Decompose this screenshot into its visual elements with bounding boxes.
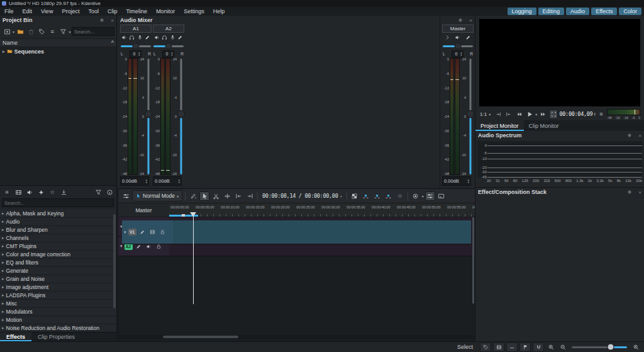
record-button[interactable] — [170, 35, 175, 40]
panel-settings-icon[interactable] — [625, 131, 635, 140]
effect-category[interactable]: ▸CMT Plugins — [0, 242, 116, 251]
track-header-v1[interactable]: ▾V1 — [122, 220, 173, 244]
workspace-editing[interactable]: Editing — [538, 8, 565, 15]
workspace-color[interactable]: Color — [619, 8, 641, 15]
fast-forward-button[interactable] — [538, 110, 548, 119]
timeline-adjust-button[interactable] — [121, 191, 131, 201]
extract-zone-button[interactable] — [384, 191, 394, 201]
monitor-video-area[interactable] — [479, 19, 640, 106]
show-video-icon[interactable] — [148, 228, 157, 236]
timeline-vertical-scrollbar[interactable] — [472, 217, 474, 304]
selection-tool-button[interactable] — [199, 191, 209, 201]
pan-slider[interactable] — [153, 42, 184, 50]
effect-category[interactable]: ▸Generate — [0, 267, 116, 275]
panel-settings-icon[interactable] — [97, 16, 107, 25]
effects-filter-icon[interactable] — [93, 188, 103, 197]
zone-end-button[interactable] — [504, 110, 514, 119]
bin-item-sequences[interactable]: ▸ Sequences — [0, 47, 116, 55]
menu-settings[interactable]: Settings — [179, 8, 209, 14]
monitor-button[interactable] — [162, 35, 167, 40]
timeline-horizontal-scrollbar[interactable] — [118, 335, 475, 339]
timeline-timecode[interactable]: 00:00:08,14 / 00:00:00,00▾ — [260, 193, 344, 199]
db-spinbox[interactable]: 0.00dB▴▾ — [442, 176, 471, 186]
spin-arrows[interactable]: ▴▾ — [171, 52, 172, 56]
effect-category[interactable]: ▸Audio — [0, 218, 116, 226]
add-clip-dropdown-icon[interactable]: ▾ — [13, 30, 14, 34]
panel-settings-icon[interactable] — [625, 188, 635, 197]
overwrite-zone-button[interactable] — [372, 191, 382, 201]
video-thumbnails-toggle[interactable] — [493, 343, 504, 352]
fader-knob[interactable] — [177, 110, 185, 118]
edit-mode-dropdown[interactable]: Normal Mode ▾ — [132, 190, 182, 202]
spacer-tool-button[interactable] — [222, 191, 232, 201]
menu-project[interactable]: Project — [57, 8, 84, 14]
panel-settings-icon[interactable] — [455, 16, 465, 25]
pan-spinbox[interactable]: 0▴▾ — [452, 50, 463, 58]
show-markers-toggle[interactable] — [480, 343, 491, 352]
monitor-menu-button[interactable]: ≡ — [597, 110, 606, 119]
pan-knob[interactable] — [165, 43, 172, 50]
menu-monitor[interactable]: Monitor — [152, 8, 179, 14]
spin-arrows[interactable]: ▴▾ — [138, 52, 140, 56]
menu-edit[interactable]: Edit — [18, 8, 37, 14]
mixed-insert-button[interactable] — [350, 191, 360, 201]
subtitle-button[interactable] — [436, 191, 447, 201]
zoom-fit-button[interactable] — [631, 343, 641, 352]
volume-fader[interactable] — [467, 57, 474, 176]
db-spinbox[interactable]: 0.00dB▴▾ — [153, 176, 182, 186]
tag-button[interactable] — [36, 27, 47, 37]
snap-toggle[interactable] — [533, 343, 544, 352]
mixer-channel-label[interactable]: A2 — [153, 25, 184, 33]
mix-clips-button[interactable] — [188, 191, 198, 201]
fader-knob[interactable] — [145, 110, 152, 118]
mixer-channel-label[interactable]: Master — [442, 25, 474, 33]
audio-thumbnails-toggle[interactable]: ↔ — [506, 343, 518, 352]
effects-scrollbar[interactable] — [113, 214, 116, 309]
insert-zone-button[interactable] — [361, 191, 371, 201]
effect-category[interactable]: ▸Misc — [0, 300, 116, 308]
video-effects-button[interactable] — [13, 188, 23, 197]
bin-search-input[interactable] — [72, 27, 114, 36]
workspace-effects[interactable]: Effects — [591, 8, 617, 15]
filter-dropdown-icon[interactable]: ▾ — [69, 30, 71, 34]
panel-close-icon[interactable]: × — [638, 133, 641, 139]
timeline-master-button[interactable]: Master — [118, 203, 169, 217]
effects-search-input[interactable] — [2, 198, 114, 207]
tab-effects[interactable]: Effects — [0, 332, 31, 341]
marker-comments-toggle[interactable] — [519, 343, 531, 352]
effect-category[interactable]: ▸Noise Reduction and Audio Restoration — [0, 324, 116, 332]
effect-category[interactable]: ▸Blur and Sharpen — [0, 226, 116, 234]
favorite-effects-button[interactable]: ☆ — [395, 191, 405, 201]
download-effects-button[interactable] — [58, 188, 69, 197]
pan-slider[interactable] — [442, 42, 474, 50]
rewind-button[interactable] — [514, 110, 524, 119]
record-button[interactable] — [411, 191, 421, 201]
bin-name-column-header[interactable]: Name ^ — [0, 38, 116, 47]
expand-mixer-icon[interactable] — [445, 35, 450, 40]
create-folder-button[interactable] — [15, 27, 25, 37]
collapse-icon[interactable]: ^ — [111, 40, 114, 46]
timecode-spin-arrows[interactable]: ▴▾ — [594, 112, 595, 116]
scrollbar-thumb[interactable] — [163, 336, 238, 338]
audio-effects-button[interactable] — [25, 188, 35, 197]
playhead-handle[interactable] — [190, 212, 196, 217]
track-badge-v1[interactable]: V1 — [128, 229, 136, 236]
add-clip-button[interactable] — [2, 27, 12, 37]
bin-view-menu-button[interactable]: ≡ — [47, 27, 57, 37]
effect-category[interactable]: ▸LADSPA Plugins — [0, 292, 116, 300]
effects-button[interactable] — [177, 35, 183, 40]
pan-knob[interactable] — [133, 43, 140, 50]
effects-info-icon[interactable] — [104, 188, 114, 197]
db-spinbox[interactable]: 0.00dB▴▾ — [120, 176, 149, 186]
record-button[interactable] — [137, 35, 143, 40]
pan-spinbox[interactable]: 0▴▾ — [130, 50, 141, 58]
loop-zone-button[interactable] — [549, 110, 558, 119]
monitor-button[interactable] — [129, 35, 135, 40]
zoom-out-button[interactable] — [558, 343, 568, 352]
delete-button[interactable] — [26, 27, 36, 37]
track-lock-button[interactable] — [158, 228, 167, 236]
filter-button[interactable] — [58, 27, 69, 37]
effect-category[interactable]: ▸Alpha, Mask and Keying — [0, 210, 116, 218]
play-button[interactable] — [525, 110, 535, 119]
pan-spinbox[interactable]: 0▴▾ — [162, 50, 174, 58]
